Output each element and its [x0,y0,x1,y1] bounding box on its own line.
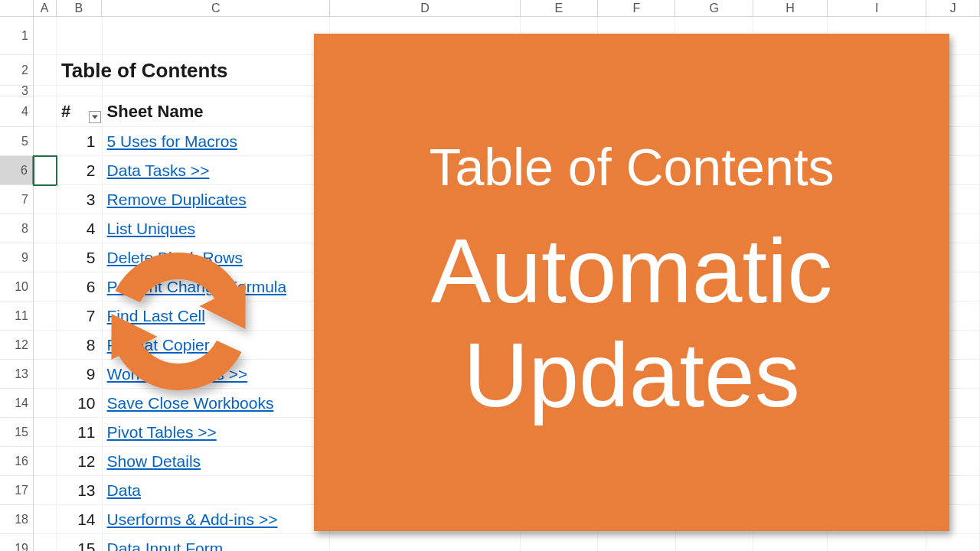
cell-C10[interactable]: Percent Change Formula [103,272,331,302]
toc-link-13[interactable]: Data [107,481,141,500]
cell-C12[interactable]: Format Copier [103,331,331,360]
cell-C7[interactable]: Remove Duplicates [103,185,331,214]
cell-C16[interactable]: Show Details [103,447,331,476]
cell-B14[interactable]: 10 [57,389,103,418]
cell-C2[interactable] [103,55,331,86]
cell-A2[interactable] [34,55,57,86]
row-header-15[interactable]: 15 [0,418,34,447]
cell-B10[interactable]: 6 [57,272,103,302]
cell-C11[interactable]: Find Last Cell [103,302,331,331]
row-header-3[interactable]: 3 [0,86,34,96]
toc-link-7[interactable]: Find Last Cell [107,307,205,325]
row-header-14[interactable]: 14 [0,389,34,418]
row-header-13[interactable]: 13 [0,360,34,389]
row-header-18[interactable]: 18 [0,505,34,534]
cell-A9[interactable] [34,243,57,272]
cell-A7[interactable] [34,185,57,214]
toc-link-9[interactable]: Workbook Tasks >> [107,365,248,383]
cell-B1[interactable] [57,17,103,55]
col-header-B[interactable]: B [57,0,103,17]
cell-A1[interactable] [34,17,57,55]
cell-C8[interactable]: List Uniques [103,214,331,243]
row-header-7[interactable]: 7 [0,185,34,214]
cell-J19[interactable] [926,534,980,551]
cell-B8[interactable]: 4 [57,214,103,243]
cell-A18[interactable] [34,505,57,534]
toc-link-4[interactable]: List Uniques [107,220,196,238]
toc-link-8[interactable]: Format Copier [107,336,210,354]
cell-A19[interactable] [34,534,57,551]
row-header-8[interactable]: 8 [0,214,34,243]
cell-B12[interactable]: 8 [57,331,103,360]
col-header-A[interactable]: A [34,0,57,17]
cell-C13[interactable]: Workbook Tasks >> [103,360,331,389]
cell-A12[interactable] [34,331,57,360]
cell-B18[interactable]: 14 [57,505,103,534]
row-header-12[interactable]: 12 [0,331,34,360]
cell-H19[interactable] [753,534,828,551]
col-header-G[interactable]: G [675,0,753,17]
toc-link-14[interactable]: Userforms & Add-ins >> [107,510,278,529]
row-header-4[interactable]: 4 [0,96,34,127]
toc-link-5[interactable]: Delete Blank Rows [107,249,243,267]
cell-B5[interactable]: 1 [57,127,103,156]
cell-B15[interactable]: 11 [57,418,103,447]
col-header-C[interactable]: C [102,0,330,17]
cell-D19[interactable] [330,534,520,551]
row-header-6[interactable]: 6 [0,156,34,185]
filter-dropdown-icon[interactable] [89,111,101,123]
col-header-H[interactable]: H [753,0,828,17]
toc-link-1[interactable]: 5 Uses for Macros [107,132,237,151]
col-header-J[interactable]: J [926,0,980,17]
cell-A10[interactable] [34,272,57,302]
cell-B6[interactable]: 2 [57,156,103,185]
cell-B3[interactable] [57,86,103,96]
cell-B2[interactable]: Table of Contents [57,55,103,86]
cell-C19[interactable]: Data Input Form [103,534,331,551]
row-header-17[interactable]: 17 [0,476,34,505]
cell-C17[interactable]: Data [103,476,331,505]
cell-C5[interactable]: 5 Uses for Macros [103,127,331,156]
col-header-D[interactable]: D [330,0,520,17]
cell-A5[interactable] [34,127,57,156]
toc-link-15[interactable]: Data Input Form [107,540,224,551]
toc-link-3[interactable]: Remove Duplicates [107,191,247,209]
col-header-I[interactable]: I [828,0,926,17]
cell-C3[interactable] [103,86,331,96]
cell-B19[interactable]: 15 [57,534,103,551]
row-header-19[interactable]: 19 [0,534,34,551]
cell-C14[interactable]: Save Close Workbooks [103,389,331,418]
row-header-2[interactable]: 2 [0,55,34,86]
cell-B17[interactable]: 13 [57,476,103,505]
cell-A11[interactable] [34,302,57,331]
toc-link-10[interactable]: Save Close Workbooks [107,394,274,412]
cell-A17[interactable] [34,476,57,505]
row-header-9[interactable]: 9 [0,243,34,272]
row-header-10[interactable]: 10 [0,272,34,302]
cell-B11[interactable]: 7 [57,302,103,331]
cell-A13[interactable] [34,360,57,389]
cell-G19[interactable] [676,534,753,551]
cell-A14[interactable] [34,389,57,418]
cell-C18[interactable]: Userforms & Add-ins >> [103,505,331,534]
toc-link-6[interactable]: Percent Change Formula [107,278,287,296]
cell-A3[interactable] [34,86,57,96]
cell-A4[interactable] [34,96,57,127]
cell-B9[interactable]: 5 [57,243,103,272]
cell-A15[interactable] [34,418,57,447]
cell-F19[interactable] [598,534,675,551]
row-header-11[interactable]: 11 [0,302,34,331]
cell-B16[interactable]: 12 [57,447,103,476]
select-all-corner[interactable] [0,0,34,17]
col-header-E[interactable]: E [521,0,598,17]
cell-C15[interactable]: Pivot Tables >> [103,418,331,447]
cell-A8[interactable] [34,214,57,243]
col-header-F[interactable]: F [598,0,675,17]
cell-C1[interactable] [103,17,331,55]
cell-A16[interactable] [34,447,57,476]
toc-link-2[interactable]: Data Tasks >> [107,161,210,180]
cell-C4[interactable]: Sheet Name [103,96,331,127]
row-header-16[interactable]: 16 [0,447,34,476]
cell-C6[interactable]: Data Tasks >> [103,156,331,185]
cell-I19[interactable] [828,534,926,551]
